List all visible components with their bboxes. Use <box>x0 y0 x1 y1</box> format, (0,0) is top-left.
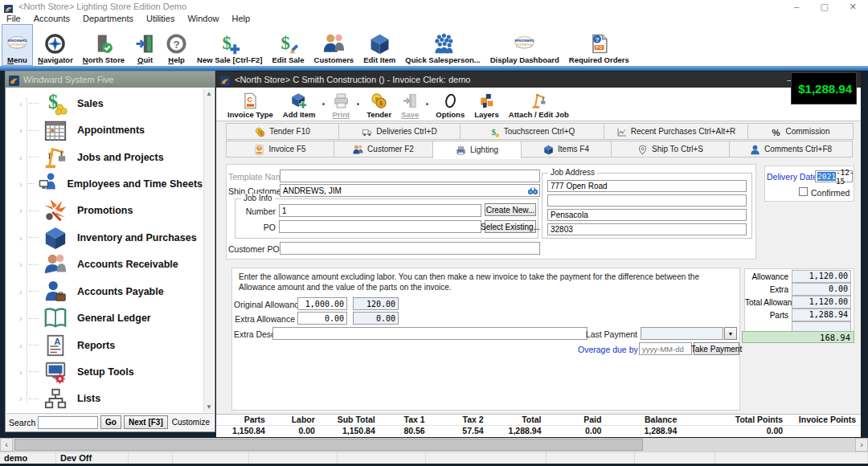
status-cell-empty-2 <box>129 452 173 464</box>
toolbar-display-dashboard-button[interactable]: WINDWARDSYSTEM FIVEDisplay Dashboard <box>485 24 564 66</box>
expand-chevron-icon[interactable]: › <box>19 99 29 108</box>
scrollbar-thumb[interactable] <box>14 439 643 451</box>
last-payment-dropdown-icon[interactable]: ▼ <box>724 327 737 340</box>
extra-desc-input[interactable] <box>272 327 588 340</box>
customer-lookup-binoculars-icon[interactable] <box>527 186 538 195</box>
tab-comments-ctrl-f8[interactable]: Comments Ctrl+F8 <box>729 141 853 157</box>
toolbar-required-orders-button[interactable]: ?P ORequired Orders <box>564 24 634 66</box>
tab-ship-to-ctrl-s[interactable]: Ship To Ctrl+S <box>611 141 730 157</box>
tab-customer-f2[interactable]: Customer F2 <box>334 141 433 157</box>
allowance-panel: Enter the allowance amount excluding lab… <box>231 268 740 411</box>
customer-po-input[interactable] <box>280 242 540 255</box>
expand-chevron-icon[interactable]: › <box>19 153 29 162</box>
tab-tender-f10[interactable]: $$Tender F10 <box>226 123 339 140</box>
job-number-input[interactable] <box>279 204 481 217</box>
horizontal-scrollbar[interactable]: ‹ › <box>0 438 868 452</box>
create-new-button[interactable]: Create New... <box>485 203 536 216</box>
expand-chevron-icon[interactable]: › <box>19 287 29 296</box>
menu-file[interactable]: File <box>0 14 27 23</box>
expand-chevron-icon[interactable]: › <box>19 206 29 215</box>
sidebar-item-appointments[interactable]: ›Appointments <box>6 117 203 143</box>
invoice-toolbar-options-button[interactable]: Options <box>431 88 469 121</box>
invoice-toolbar-layers-button[interactable]: Layers <box>469 88 504 121</box>
invoice-toolbar-invoice-type-button[interactable]: CInvoice Type <box>223 88 278 121</box>
toolbar-quit-button[interactable]: Quit <box>129 24 161 66</box>
sidebar-item-inventory-and-purchases[interactable]: ›Inventory and Purchases <box>6 224 203 251</box>
toolbar-edit-item-button[interactable]: Edit Item <box>358 24 400 66</box>
navigator-scrollbar[interactable]: ▲ ▼ <box>203 88 214 412</box>
menu-window[interactable]: Window <box>181 14 225 23</box>
sidebar-item-jobs-and-projects[interactable]: ›Jobs and Projects <box>6 144 203 170</box>
sidebar-item-setup-tools[interactable]: ›Setup Tools <box>6 358 203 385</box>
logo-icon: WINDWARDSYSTEM FIVE <box>514 33 535 55</box>
main-close-icon[interactable]: ✕ <box>850 2 857 12</box>
main-minimize-icon[interactable]: – <box>794 2 799 12</box>
toolbar-customers-button[interactable]: Customers <box>309 24 359 66</box>
delivery-date-input[interactable]: 2021-12-15 <box>815 170 853 182</box>
job-address-line-3-input[interactable] <box>547 209 747 221</box>
scroll-right-icon[interactable]: › <box>855 438 868 452</box>
overage-date-input[interactable] <box>639 342 692 355</box>
invoice-toolbar-attach-edit-job-button[interactable]: Attach / Edit Job <box>504 88 574 121</box>
toolbar-edit-sale-button[interactable]: $Edit Sale <box>267 24 309 66</box>
scroll-left-icon[interactable]: ‹ <box>0 438 13 452</box>
tab-recent-purchases-ctrl-alt-r[interactable]: Recent Purchases Ctrl+Alt+R <box>604 123 748 140</box>
sidebar-item-lists[interactable]: ›Lists <box>6 386 203 412</box>
menu-accounts[interactable]: Accounts <box>27 14 76 23</box>
menu-utilities[interactable]: Utilities <box>140 14 181 23</box>
expand-chevron-icon[interactable]: › <box>19 179 27 189</box>
tab-commission[interactable]: %Commission <box>747 123 854 140</box>
footer-header-tax-1: Tax 1 <box>380 415 430 425</box>
tab-items-f4[interactable]: Items F4 <box>521 141 612 157</box>
expand-chevron-icon[interactable]: › <box>19 125 29 135</box>
toolbar-navigator-button[interactable]: Navigator <box>33 24 78 66</box>
template-name-input[interactable] <box>280 170 540 182</box>
sidebar-item-sales[interactable]: ›$Sales <box>6 90 203 117</box>
job-address-line-1-input[interactable] <box>547 180 747 192</box>
expand-chevron-icon[interactable]: › <box>19 233 29 243</box>
sidebar-item-employees-and-time-sheets[interactable]: ›Employees and Time Sheets <box>6 170 203 197</box>
tab-lighting[interactable]: Lighting <box>432 141 522 159</box>
main-maximize-icon[interactable]: ▢ <box>820 2 828 12</box>
original-allowance-input[interactable] <box>297 297 347 310</box>
extra-allowance-input[interactable] <box>297 312 347 325</box>
search-input[interactable] <box>38 416 98 429</box>
go-button[interactable]: Go <box>100 415 121 429</box>
status-cell-empty-7 <box>547 452 635 464</box>
confirmed-checkbox[interactable] <box>799 187 808 196</box>
invoice-toolbar-tender-button[interactable]: $$Tender <box>362 88 396 121</box>
sidebar-item-general-ledger[interactable]: ›General Ledger <box>6 305 203 331</box>
customer-po-label: Customer PO <box>228 244 278 254</box>
next-f3-button[interactable]: Next [F3] <box>124 415 168 429</box>
menu-help[interactable]: Help <box>226 14 257 23</box>
invoice-toolbar-add-item-button[interactable]: Add Item <box>278 88 321 121</box>
sidebar-item-promotions[interactable]: ›Promotions <box>6 198 203 224</box>
sidebar-item-reports[interactable]: ›AReports <box>6 332 203 358</box>
ship-customer-input[interactable] <box>280 184 540 197</box>
tab-deliveries-ctrl-d[interactable]: Deliveries Ctrl+D <box>338 123 461 140</box>
template-name-label: Template Name <box>228 172 278 182</box>
toolbar-menu-button[interactable]: WINDWARDSYSTEM FIVEMenu <box>2 24 33 66</box>
expand-chevron-icon[interactable]: › <box>19 313 29 323</box>
job-address-line-4-input[interactable] <box>547 223 747 235</box>
scroll-down-icon[interactable]: ▼ <box>204 402 214 412</box>
toolbar-help-button[interactable]: ?Help <box>161 24 192 66</box>
expand-chevron-icon[interactable]: › <box>19 394 29 403</box>
expand-chevron-icon[interactable]: › <box>19 260 29 269</box>
expand-chevron-icon[interactable]: › <box>19 367 29 377</box>
customize-link[interactable]: Customize <box>170 418 211 427</box>
toolbar-new-sale-ctrl-f2-button[interactable]: $New Sale [Ctrl-F2] <box>192 24 267 66</box>
sidebar-item-accounts-payable[interactable]: ›Accounts Payable <box>6 278 203 305</box>
menu-departments[interactable]: Departments <box>76 14 140 23</box>
scroll-up-icon[interactable]: ▲ <box>204 88 214 99</box>
sidebar-item-accounts-receivable[interactable]: ›Accounts Receivable <box>6 251 203 278</box>
tab-invoice-f5[interactable]: ?Invoice F5 <box>226 141 334 157</box>
job-po-input[interactable] <box>279 220 481 233</box>
expand-chevron-icon[interactable]: › <box>19 341 29 350</box>
toolbar-north-store-button[interactable]: North Store <box>78 24 129 66</box>
take-payment-button[interactable]: Take Payment <box>694 342 739 355</box>
select-existing-button[interactable]: Select Existing... <box>485 220 536 233</box>
tab-touchscreen-ctrl-q[interactable]: $Touchscreen Ctrl+Q <box>460 123 604 140</box>
toolbar-quick-salesperson-button[interactable]: Quick Salesperson... <box>400 24 485 66</box>
job-address-line-2-input[interactable] <box>547 194 747 206</box>
